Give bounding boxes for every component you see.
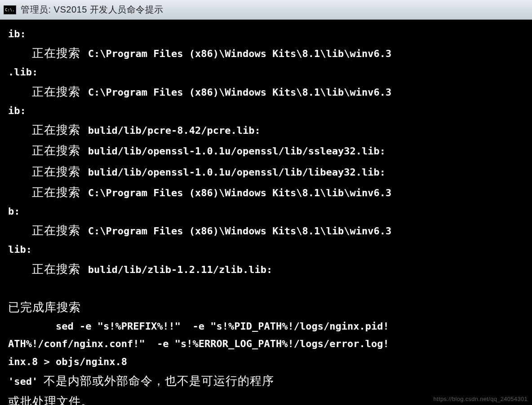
command-prompt-window: C:\. 管理员: VS2015 开发人员命令提示 ib: 正在搜索 C:\Pr… <box>0 0 532 405</box>
terminal-line: ATH%!/conf/nginx.conf!" -e "s!%ERROR_LOG… <box>8 335 530 352</box>
terminal-area[interactable]: ib: 正在搜索 C:\Program Files (x86)\Windows … <box>0 20 532 405</box>
titlebar[interactable]: C:\. 管理员: VS2015 开发人员命令提示 <box>0 0 532 20</box>
terminal-line: 已完成库搜索 <box>8 297 530 317</box>
terminal-line <box>8 279 530 297</box>
watermark-text: https://blog.csdn.net/qq_24054301 <box>434 396 528 402</box>
terminal-line: 正在搜索 C:\Program Files (x86)\Windows Kits… <box>8 182 530 202</box>
terminal-line: 正在搜索 C:\Program Files (x86)\Windows Kits… <box>8 220 530 241</box>
terminal-line: b: <box>8 202 530 220</box>
terminal-line: lib: <box>8 241 530 258</box>
terminal-line: .lib: <box>8 63 530 81</box>
cmd-icon: C:\. <box>4 5 16 14</box>
terminal-line: sed -e "s!%PREFIX%!!" -e "s!%PID_PATH%!/… <box>8 317 530 335</box>
terminal-line: 正在搜索 bulid/lib/zlib-1.2.11/zlib.lib: <box>8 259 530 279</box>
terminal-line: 'sed' 不是内部或外部命令，也不是可运行的程序 <box>8 370 530 391</box>
terminal-line: 正在搜索 bulid/lib/openssl-1.0.1u/openssl/li… <box>8 140 530 161</box>
terminal-line: 正在搜索 bulid/lib/openssl-1.0.1u/openssl/li… <box>8 161 530 182</box>
terminal-line: ib: <box>8 102 530 119</box>
terminal-line: 正在搜索 C:\Program Files (x86)\Windows Kits… <box>8 43 530 63</box>
terminal-line: inx.8 > objs/nginx.8 <box>8 353 530 370</box>
terminal-line: 正在搜索 C:\Program Files (x86)\Windows Kits… <box>8 81 530 102</box>
window-title: 管理员: VS2015 开发人员命令提示 <box>21 4 164 16</box>
terminal-line: 正在搜索 bulid/lib/pcre-8.42/pcre.lib: <box>8 119 530 140</box>
terminal-output: ib: 正在搜索 C:\Program Files (x86)\Windows … <box>8 25 530 405</box>
terminal-line: ib: <box>8 25 530 43</box>
